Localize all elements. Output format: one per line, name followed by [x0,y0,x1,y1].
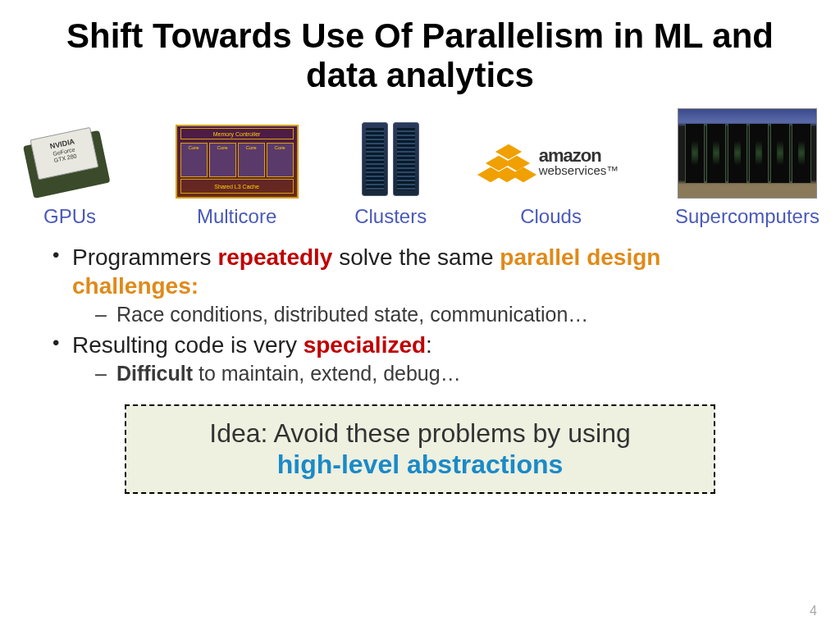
b2-sub-rest: to maintain, extend, debug… [193,362,461,385]
b2-sub-bold: Difficult [116,362,193,385]
bullet-list: Programmers repeatedly solve the same pa… [0,228,840,387]
gpu-label: GPUs [43,205,96,228]
b1-mid: solve the same [332,244,500,270]
server-rack-icon [362,122,388,196]
b2-text: Resulting code is very [72,332,304,358]
mc-mem-controller: Memory Controller [180,128,294,139]
mc-core: Core [267,143,294,177]
clusters-image [356,125,426,199]
bullet-1-sub: Race conditions, distributed state, comm… [72,302,791,327]
technology-row: NVIDIA GeForce GTX 280 GPUs Memory Contr… [0,108,840,228]
mc-core: Core [209,143,236,177]
tech-clusters: Clusters [354,125,427,228]
clouds-label: Clouds [520,205,582,228]
aws-sub: webservices™ [539,163,619,177]
idea-line1: Idea: Avoid these problems by using [209,418,631,448]
multicore-image: Memory Controller Core Core Core Core Sh… [176,125,299,199]
b2-post: : [426,332,432,358]
idea-highlight: high-level abstractions [277,450,564,479]
aws-cubes-icon [483,141,532,182]
supercomputer-image [678,108,817,199]
tech-supercomputers: Supercomputers [675,108,819,228]
tech-clouds: amazon webservices™ Clouds [483,125,619,228]
tech-gpus: NVIDIA GeForce GTX 280 GPUs [21,125,119,228]
slide-title: Shift Towards Use Of Parallelism in ML a… [0,0,840,104]
b1-text: Programmers [72,244,217,270]
page-number: 4 [810,604,817,619]
bullet-1: Programmers repeatedly solve the same pa… [49,243,791,327]
tech-multicore: Memory Controller Core Core Core Core Sh… [176,125,299,228]
bullet-2-sub: Difficult to maintain, extend, debug… [72,361,791,386]
server-rack-icon [393,122,419,196]
mc-core: Core [238,143,265,177]
b2-red: specialized [304,332,426,358]
mc-core: Core [180,143,208,177]
supercomputers-label: Supercomputers [675,205,819,228]
idea-callout: Idea: Avoid these problems by using high… [125,404,715,494]
mc-cache: Shared L3 Cache [180,179,294,194]
gpu-image: NVIDIA GeForce GTX 280 [21,125,119,199]
bullet-2: Resulting code is very specialized: Diff… [49,331,791,386]
multicore-label: Multicore [197,205,276,228]
clusters-label: Clusters [354,205,427,228]
aws-image: amazon webservices™ [483,125,619,199]
b1-red: repeatedly [217,244,332,270]
